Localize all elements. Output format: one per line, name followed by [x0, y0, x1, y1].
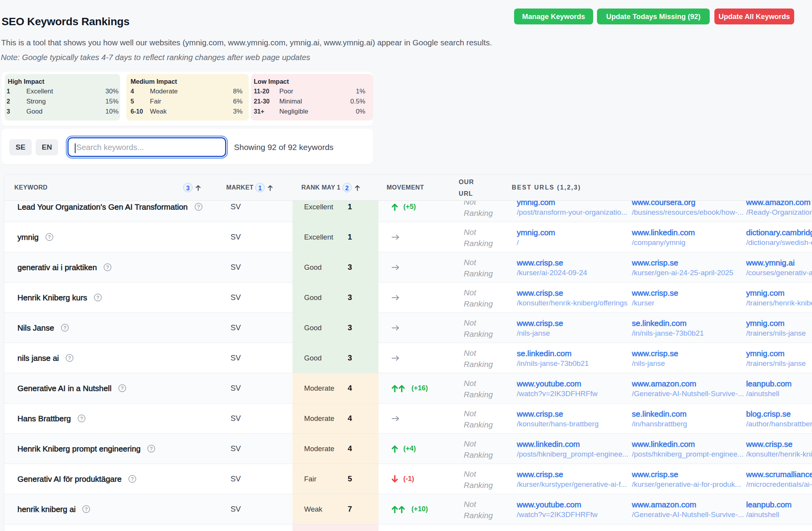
svg-text:?: ? [85, 507, 88, 512]
svg-text:?: ? [150, 446, 153, 452]
svg-text:?: ? [106, 265, 109, 270]
svg-text:?: ? [131, 476, 134, 482]
svg-text:?: ? [197, 204, 200, 210]
svg-text:?: ? [120, 386, 124, 391]
svg-text:?: ? [68, 355, 71, 361]
svg-text:?: ? [63, 325, 66, 331]
svg-text:?: ? [96, 295, 100, 300]
svg-text:?: ? [80, 416, 83, 421]
svg-text:?: ? [48, 234, 51, 240]
